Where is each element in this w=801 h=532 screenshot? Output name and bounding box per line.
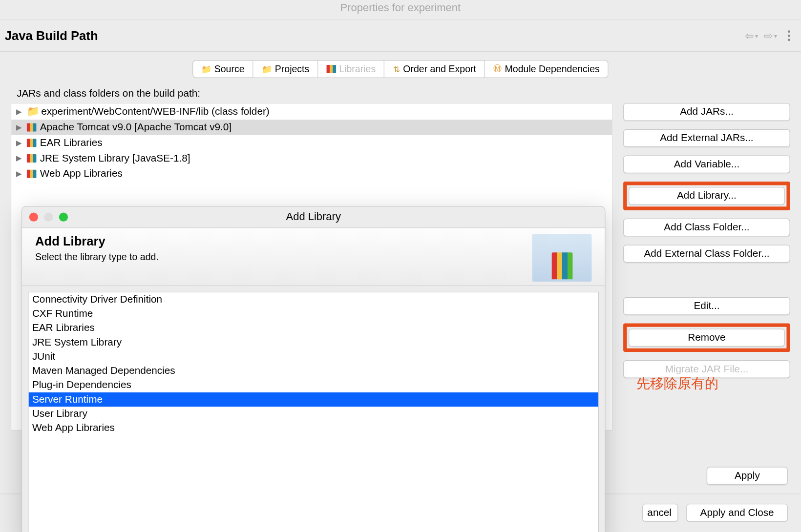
library-type-item[interactable]: Web App Libraries bbox=[29, 421, 598, 435]
class-folder-icon: 📁 bbox=[27, 105, 38, 118]
dialog-subheading: Select the library type to add. bbox=[35, 252, 159, 263]
expand-icon[interactable]: ▶ bbox=[16, 154, 23, 163]
expand-icon[interactable]: ▶ bbox=[16, 107, 23, 116]
order-export-icon: ⇅ bbox=[393, 64, 400, 74]
add-external-jars-button[interactable]: Add External JARs... bbox=[623, 129, 790, 147]
library-icon bbox=[27, 154, 37, 163]
edit-button[interactable]: Edit... bbox=[623, 297, 790, 315]
side-buttons: Add JARs... Add External JARs... Add Var… bbox=[623, 103, 790, 378]
library-type-item[interactable]: Server Runtime bbox=[29, 392, 598, 407]
expand-icon[interactable]: ▶ bbox=[16, 123, 23, 132]
books-icon bbox=[327, 65, 337, 73]
apply-row: Apply bbox=[707, 467, 788, 485]
tree-item[interactable]: ▶ 📁 experiment/WebContent/WEB-INF/lib (c… bbox=[11, 103, 612, 120]
add-jars-button[interactable]: Add JARs... bbox=[623, 103, 790, 121]
library-icon bbox=[27, 170, 37, 178]
tab-label: Source bbox=[214, 64, 245, 75]
jars-header: JARs and class folders on the build path… bbox=[11, 84, 790, 103]
annotation-highlight-add-library: Add Library... bbox=[623, 182, 790, 210]
header-bar: Java Build Path ⇦▾ ⇨▾ bbox=[0, 20, 801, 52]
library-type-item[interactable]: JRE System Library bbox=[29, 335, 598, 349]
library-type-list[interactable]: Connectivity Driver DefinitionCXF Runtim… bbox=[28, 292, 599, 532]
forward-icon[interactable]: ⇨ bbox=[764, 29, 773, 42]
zoom-icon[interactable] bbox=[59, 213, 68, 222]
tree-item[interactable]: ▶ Web App Libraries bbox=[11, 166, 612, 182]
folder-icon: 📁 bbox=[201, 64, 211, 74]
folder-icon: 📁 bbox=[262, 64, 272, 74]
tree-item-label: Web App Libraries bbox=[40, 168, 123, 180]
library-icon bbox=[27, 139, 37, 147]
expand-icon[interactable]: ▶ bbox=[16, 139, 23, 147]
dialog-heading: Add Library bbox=[35, 234, 159, 248]
library-type-item[interactable]: Maven Managed Dependencies bbox=[29, 364, 598, 378]
tree-item[interactable]: ▶ JRE System Library [JavaSE-1.8] bbox=[11, 151, 612, 166]
apply-button[interactable]: Apply bbox=[707, 467, 788, 485]
library-type-item[interactable]: Plug-in Dependencies bbox=[29, 378, 598, 392]
tab-source[interactable]: 📁 Source bbox=[192, 60, 253, 78]
tab-projects[interactable]: 📁 Projects bbox=[253, 60, 318, 78]
build-path-tabs: 📁 Source 📁 Projects Libraries ⇅ Order an… bbox=[11, 60, 790, 78]
tab-label: Libraries bbox=[339, 64, 376, 75]
apply-and-close-button[interactable]: Apply and Close bbox=[686, 504, 787, 522]
library-type-item[interactable]: User Library bbox=[29, 407, 598, 421]
migrate-jar-button: Migrate JAR File... bbox=[623, 360, 790, 378]
close-icon[interactable] bbox=[29, 213, 38, 222]
add-library-dialog: Add Library Add Library Select the libra… bbox=[21, 206, 606, 532]
nav-controls: ⇦▾ ⇨▾ bbox=[745, 29, 790, 42]
tree-item[interactable]: ▶ EAR Libraries bbox=[11, 135, 612, 151]
minimize-icon bbox=[44, 213, 53, 222]
library-icon bbox=[27, 123, 37, 132]
window-title: Properties for experiment bbox=[0, 0, 801, 20]
add-library-button[interactable]: Add Library... bbox=[629, 187, 785, 205]
tree-item-label: experiment/WebContent/WEB-INF/lib (class… bbox=[41, 106, 270, 118]
add-variable-button[interactable]: Add Variable... bbox=[623, 155, 790, 173]
tab-label: Module Dependencies bbox=[505, 64, 600, 75]
tab-order-export[interactable]: ⇅ Order and Export bbox=[384, 60, 485, 78]
back-icon[interactable]: ⇦ bbox=[745, 29, 754, 42]
dialog-title: Add Library bbox=[286, 211, 341, 224]
back-menu-caret[interactable]: ▾ bbox=[755, 32, 758, 39]
expand-icon[interactable]: ▶ bbox=[16, 170, 23, 178]
tree-item-label: EAR Libraries bbox=[40, 137, 103, 149]
forward-menu-caret[interactable]: ▾ bbox=[774, 32, 777, 39]
module-icon: Ⓜ bbox=[493, 64, 502, 75]
view-menu-icon[interactable] bbox=[788, 30, 790, 41]
tree-item[interactable]: ▶ Apache Tomcat v9.0 [Apache Tomcat v9.0… bbox=[11, 120, 612, 135]
library-type-item[interactable]: JUnit bbox=[29, 349, 598, 364]
tab-libraries[interactable]: Libraries bbox=[318, 60, 385, 78]
tree-item-label: Apache Tomcat v9.0 [Apache Tomcat v9.0] bbox=[40, 122, 232, 133]
library-type-item[interactable]: Connectivity Driver Definition bbox=[29, 292, 598, 307]
tab-module-dependencies[interactable]: Ⓜ Module Dependencies bbox=[485, 60, 609, 78]
tab-label: Projects bbox=[275, 64, 310, 75]
cancel-button[interactable]: ancel bbox=[642, 504, 678, 522]
tree-item-label: JRE System Library [JavaSE-1.8] bbox=[40, 152, 190, 164]
remove-button[interactable]: Remove bbox=[629, 328, 785, 347]
tab-label: Order and Export bbox=[403, 64, 476, 75]
dialog-titlebar[interactable]: Add Library bbox=[22, 206, 605, 228]
library-type-item[interactable]: EAR Libraries bbox=[29, 321, 598, 335]
add-external-class-folder-button[interactable]: Add External Class Folder... bbox=[623, 245, 790, 263]
annotation-highlight-remove: Remove bbox=[623, 323, 790, 352]
window-controls bbox=[29, 213, 68, 222]
add-class-folder-button[interactable]: Add Class Folder... bbox=[623, 219, 790, 237]
library-banner-icon bbox=[532, 234, 591, 282]
library-type-item[interactable]: CXF Runtime bbox=[29, 307, 598, 321]
page-title: Java Build Path bbox=[5, 29, 98, 43]
dialog-header: Add Library Select the library type to a… bbox=[22, 228, 605, 286]
